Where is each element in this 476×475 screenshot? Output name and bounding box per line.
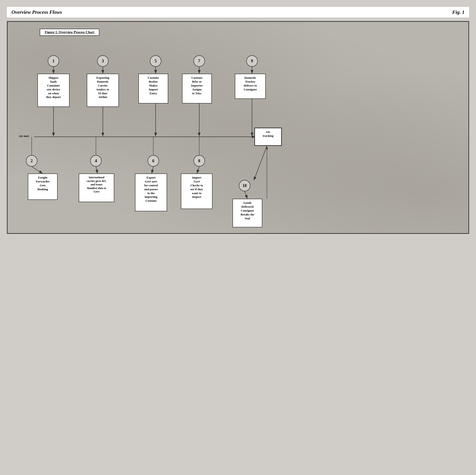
box-goods-delivered: GoodsDeliveredConsigneeBreaks theSeal bbox=[233, 199, 262, 227]
box-international-carrier: Internationalcarrier gives B/Land issues… bbox=[79, 173, 114, 202]
svg-line-14 bbox=[96, 167, 98, 173]
svg-line-22 bbox=[254, 146, 267, 180]
svg-line-23 bbox=[245, 191, 247, 199]
box-export-govt: ExportGovt usesfor controland passesto t… bbox=[135, 173, 167, 211]
page-title: Overview Process Flows bbox=[12, 9, 62, 15]
e2e-start-label: e2e start bbox=[19, 135, 29, 138]
box-import-govt: ImportGovtChecks tosee if theywant toins… bbox=[181, 173, 213, 209]
page-fig: Fig. 1 bbox=[452, 9, 464, 15]
svg-line-16 bbox=[197, 167, 199, 173]
circle-9: 9 bbox=[246, 55, 258, 67]
diagram-container: Figure 1. Overview Process Chart bbox=[7, 21, 469, 234]
circle-1: 1 bbox=[48, 55, 59, 67]
box-exporting: ExportingDomesticCarriertenders toSS lin… bbox=[87, 74, 119, 107]
flow-layout: 1 3 5 7 9 ShipperloadsContainersets devi… bbox=[12, 38, 464, 226]
circle-3: 3 bbox=[97, 55, 109, 67]
figure-title-box: Figure 1. Overview Process Chart bbox=[40, 29, 99, 36]
circle-5: 5 bbox=[150, 55, 161, 67]
box-domestic-trucker: DomesticTruckerdelivers toConsignee bbox=[235, 74, 266, 99]
circle-7: 7 bbox=[193, 55, 205, 67]
circle-6: 6 bbox=[148, 155, 159, 167]
box-e2e-tracking: e2etracking bbox=[254, 128, 282, 146]
svg-line-15 bbox=[152, 167, 153, 173]
box-freight-forwarder: FreightForwarderGetsBooking bbox=[28, 173, 58, 200]
box-shipper: ShipperloadsContainersets deviceon whent… bbox=[37, 74, 69, 107]
circle-2: 2 bbox=[26, 155, 37, 167]
page-header: Overview Process Flows Fig. 1 bbox=[7, 7, 469, 17]
circle-8: 8 bbox=[193, 155, 205, 167]
circle-10: 10 bbox=[239, 180, 250, 191]
circle-4: 4 bbox=[90, 155, 102, 167]
box-customs-broker: CustomsBrokerMakesImportEntry bbox=[138, 74, 168, 103]
svg-line-13 bbox=[32, 167, 43, 173]
box-customs-assigns: CustomsBrkr orImporterAssignsto Trkr. bbox=[182, 74, 212, 103]
